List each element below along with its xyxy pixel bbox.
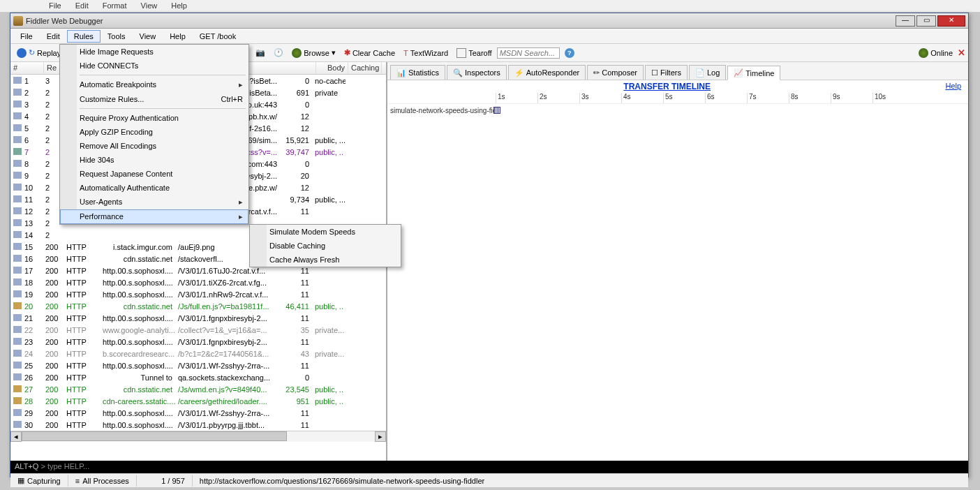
table-row[interactable]: 25200HTTPhttp.00.s.sophosxl..../V3/01/1.… xyxy=(10,359,386,371)
minimize-button[interactable]: — xyxy=(896,15,915,27)
table-row[interactable]: 18200HTTPhttp.00.s.sophosxl..../V3/01/1.… xyxy=(10,276,386,288)
wizard-icon: T xyxy=(403,49,408,57)
h-scrollbar[interactable]: ◂ ▸ xyxy=(10,431,386,442)
status-count: 1 / 957 xyxy=(137,475,193,487)
scroll-track[interactable] xyxy=(22,431,375,442)
tab-icon: 📄 xyxy=(695,68,705,77)
status-all-processes[interactable]: ≡All Processes xyxy=(68,475,137,487)
scroll-thumb[interactable] xyxy=(22,431,287,441)
outer-menubar: File Edit Format View Help xyxy=(0,0,980,13)
col-body[interactable]: Body xyxy=(316,62,348,74)
timeline-title-link[interactable]: TRANSFER TIMELINE xyxy=(623,82,711,91)
menu-item-hide-s[interactable]: Hide 304s xyxy=(60,153,248,167)
tab-filters[interactable]: ☐Filters xyxy=(645,65,688,80)
titlebar: Fiddler Web Debugger — ▭ ✕ xyxy=(10,13,968,29)
quickexec-bar[interactable]: ALT+Q > type HELP... xyxy=(10,461,968,473)
close-toolbar-button[interactable]: ✕ xyxy=(958,47,965,58)
menu-item-automatic-breakpoints[interactable]: Automatic Breakpoints▸ xyxy=(60,77,248,92)
table-row[interactable]: 24200HTTPb.scorecardresearc.../b?c1=2&c2… xyxy=(10,348,386,359)
processes-icon: ≡ xyxy=(75,477,80,485)
table-row[interactable]: 20200HTTPcdn.sstatic.net/Js/full.en.js?v… xyxy=(10,300,386,312)
menu-item-hide-connects[interactable]: Hide CONNECTs xyxy=(60,59,248,73)
timeline-tick: 3s xyxy=(579,93,621,103)
menu-item-request-japanese-content[interactable]: Request Japanese Content xyxy=(60,167,248,181)
submenu-item-disable-caching[interactable]: Disable Caching xyxy=(250,239,401,253)
outer-menu-help[interactable]: Help xyxy=(164,0,194,12)
close-button[interactable]: ✕ xyxy=(937,15,965,27)
table-row[interactable]: 27200HTTPcdn.sstatic.net/Js/wmd.en.js?v=… xyxy=(10,383,386,395)
menu-view[interactable]: View xyxy=(133,30,163,43)
table-row[interactable]: 29200HTTPhttp.00.s.sophosxl..../V3/01/1.… xyxy=(10,407,386,419)
right-tabs: 📊Statistics🔍Inspectors⚡AutoResponder✏Com… xyxy=(387,62,968,80)
menu-separator xyxy=(80,75,246,75)
clear-cache-button[interactable]: ✱Clear Cache xyxy=(341,47,399,59)
timeline-tick: 7s xyxy=(747,93,789,103)
rules-dropdown: Hide Image RequestsHide CONNECTsAutomati… xyxy=(59,44,249,225)
submenu-item-simulate-modem-speeds[interactable]: Simulate Modem Speeds xyxy=(250,225,401,239)
table-row[interactable]: 28200HTTPcdn-careers.sstatic..../careers… xyxy=(10,395,386,407)
timeline-tick: 10s xyxy=(873,93,914,103)
timeline-panel: Help TRANSFER TIMELINE 1s2s3s4s5s6s7s8s9… xyxy=(387,80,968,461)
outer-menu-view[interactable]: View xyxy=(134,0,165,12)
status-capturing[interactable]: ▦Capturing xyxy=(10,475,68,487)
tab-inspectors[interactable]: 🔍Inspectors xyxy=(447,65,507,80)
table-row[interactable]: 19200HTTPhttp.00.s.sophosxl..../V3/01/1.… xyxy=(10,288,386,300)
tearoff-button[interactable]: Tearoff xyxy=(453,47,495,59)
col-num[interactable]: # xyxy=(10,62,44,74)
replay-icon xyxy=(17,48,27,58)
text-wizard-button[interactable]: TTextWizard xyxy=(400,47,452,59)
menu-item-automatically-authenticate[interactable]: Automatically Authenticate xyxy=(60,181,248,195)
camera-button[interactable]: 📷 xyxy=(252,47,269,59)
table-row[interactable]: 22200HTTPwww.google-analyti.../collect?v… xyxy=(10,324,386,336)
tab-log[interactable]: 📄Log xyxy=(689,65,726,80)
timeline-row-label: simulate-network-speeds-using-fid xyxy=(390,107,493,114)
submenu-item-cache-always-fresh[interactable]: Cache Always Fresh xyxy=(250,253,401,267)
tab-autoresponder[interactable]: ⚡AutoResponder xyxy=(508,65,586,80)
clock-button[interactable]: 🕐 xyxy=(270,47,287,59)
menu-item-user-agents[interactable]: User-Agents▸ xyxy=(60,195,248,209)
scroll-right-arrow[interactable]: ▸ xyxy=(375,431,386,442)
outer-menu-edit[interactable]: Edit xyxy=(68,0,96,12)
timeline-tick: 9s xyxy=(831,93,873,103)
tab-icon: 🔍 xyxy=(453,68,463,77)
online-status[interactable]: Online xyxy=(915,47,956,59)
table-row[interactable]: 26200HTTPTunnel toqa.sockets.stackexchan… xyxy=(10,371,386,383)
menu-help[interactable]: Help xyxy=(163,30,193,43)
menu-rules[interactable]: Rules xyxy=(67,30,101,43)
clear-icon: ✱ xyxy=(344,48,350,57)
menu-getbook[interactable]: GET /book xyxy=(193,30,243,43)
menu-file[interactable]: File xyxy=(13,30,40,43)
menu-item-hide-image-requests[interactable]: Hide Image Requests xyxy=(60,45,248,59)
tab-icon: ⚡ xyxy=(514,68,524,77)
menu-tools[interactable]: Tools xyxy=(101,30,133,43)
help-button[interactable]: ? xyxy=(561,47,578,59)
timeline-tick: 5s xyxy=(663,93,705,103)
browse-button[interactable]: Browse ▾ xyxy=(288,47,339,59)
menu-edit[interactable]: Edit xyxy=(40,30,67,43)
col-caching[interactable]: Caching xyxy=(348,62,382,74)
menu-item-performance[interactable]: Performance▸ xyxy=(60,209,248,224)
timeline-help-link[interactable]: Help xyxy=(945,82,967,90)
table-row[interactable]: 23200HTTPhttp.00.s.sophosxl..../V3/01/1.… xyxy=(10,336,386,348)
msdn-search-input[interactable] xyxy=(497,47,560,59)
menu-item-remove-all-encodings[interactable]: Remove All Encodings xyxy=(60,139,248,153)
tab-icon: ☐ xyxy=(651,68,658,77)
tab-composer[interactable]: ✏Composer xyxy=(587,65,644,80)
maximize-button[interactable]: ▭ xyxy=(916,15,936,27)
help-icon: ? xyxy=(565,48,574,58)
menu-item-customize-rules-[interactable]: Customize Rules...Ctrl+R xyxy=(60,92,248,106)
scroll-left-arrow[interactable]: ◂ xyxy=(10,431,22,442)
table-row[interactable]: 30200HTTPhttp.00.s.sophosxl..../V3/01/1.… xyxy=(10,419,386,431)
tab-timeline[interactable]: 📈Timeline xyxy=(727,66,780,80)
outer-menu-format[interactable]: Format xyxy=(96,0,134,12)
menu-item-require-proxy-authentication[interactable]: Require Proxy Authentication xyxy=(60,111,248,125)
quickexec-hint: > type HELP... xyxy=(38,462,89,470)
replay-button[interactable]: ↻Replay xyxy=(13,47,64,59)
table-row[interactable]: 21200HTTPhttp.00.s.sophosxl..../V3/01/1.… xyxy=(10,312,386,324)
menu-item-apply-gzip-encoding[interactable]: Apply GZIP Encoding xyxy=(60,125,248,139)
tearoff-icon xyxy=(456,48,466,58)
browse-icon xyxy=(292,48,302,58)
outer-menu-file[interactable]: File xyxy=(42,0,68,12)
tab-statistics[interactable]: 📊Statistics xyxy=(390,65,445,80)
status-url: http://stackoverflow.com/questions/16276… xyxy=(193,475,968,487)
